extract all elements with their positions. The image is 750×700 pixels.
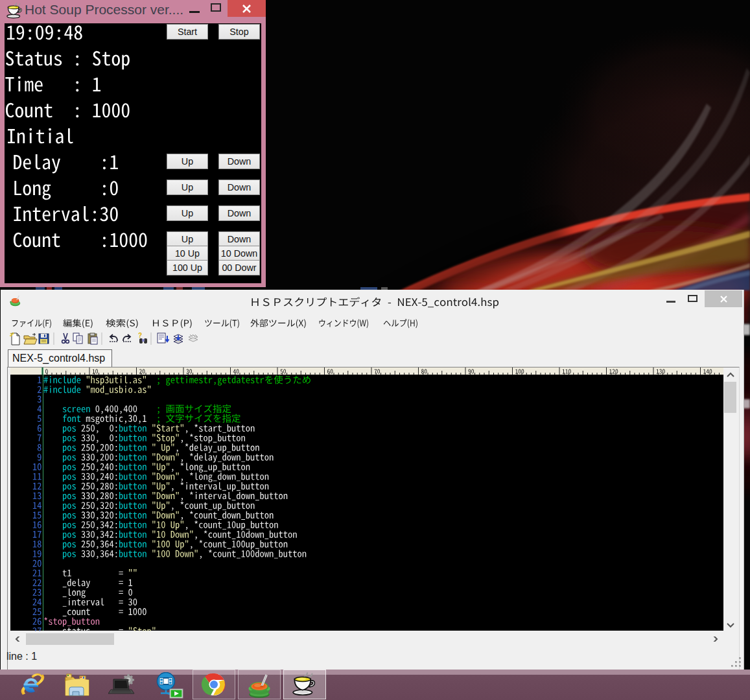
svg-text:?: ?: [138, 332, 142, 339]
